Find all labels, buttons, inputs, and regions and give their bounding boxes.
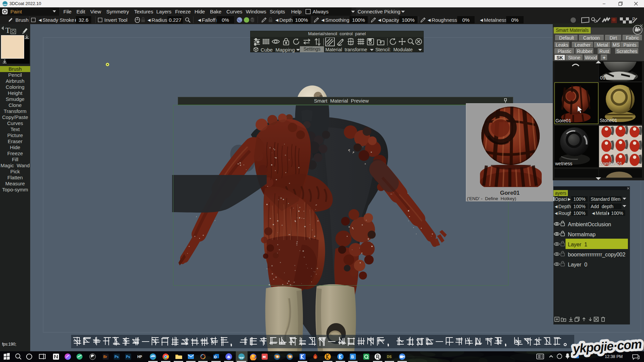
svg-text:HP: HP (138, 355, 142, 359)
svg-text:Ps: Ps (115, 355, 119, 359)
svg-text:B: B (351, 355, 354, 359)
svg-text:T: T (5, 26, 10, 35)
svg-text:DS: DS (387, 355, 392, 359)
svg-text:Ps: Ps (126, 355, 130, 359)
svg-text:Br: Br (103, 355, 107, 359)
svg-text:ykpojie·com: ykpojie·com (572, 337, 642, 356)
